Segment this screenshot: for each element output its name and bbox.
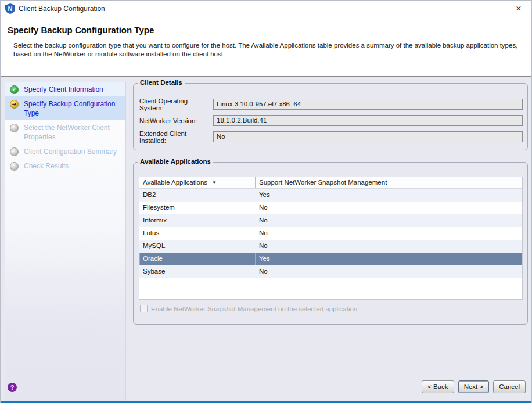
table-row-filesystem[interactable]: Filesystem No	[139, 202, 522, 214]
field-extended-client-installed: Extended Client Installed: No	[139, 131, 523, 142]
step-pending-icon	[10, 124, 19, 132]
column-header-label: Support NetWorker Snapshot Management	[259, 179, 387, 186]
column-header-label: Available Applications	[143, 179, 207, 186]
footer-buttons: < Back Next > Cancel	[422, 380, 526, 393]
available-applications-group: Available Applications Available Applica…	[133, 162, 528, 325]
snapshot-support-cell: Yes	[256, 189, 522, 202]
step-current-icon: ➔	[10, 100, 19, 109]
table-row-sybase[interactable]: Sybase No	[139, 265, 522, 278]
column-header-snapshot-support[interactable]: Support NetWorker Snapshot Management	[256, 177, 522, 188]
step-select-networker-client-properties[interactable]: Select the NetWorker Client Properties	[5, 120, 125, 144]
app-name-cell[interactable]: Lotus	[139, 227, 256, 240]
app-name-cell[interactable]: MySQL	[139, 240, 256, 253]
field-label: Extended Client Installed:	[139, 130, 213, 144]
step-label: Select the NetWorker Client Properties	[24, 123, 120, 142]
app-name-cell[interactable]: Informix	[139, 214, 256, 227]
snapshot-support-cell: No	[256, 202, 522, 214]
step-client-configuration-summary[interactable]: Client Configuration Summary	[5, 144, 125, 159]
table-row-db2[interactable]: DB2 Yes	[139, 189, 522, 202]
enable-snapshot-checkbox-row: Enable NetWorker Snapshot Management on …	[140, 305, 357, 312]
table-row-lotus[interactable]: Lotus No	[139, 227, 522, 240]
step-pending-icon	[10, 162, 19, 171]
step-label: Client Configuration Summary	[24, 146, 120, 156]
field-label: NetWorker Version:	[139, 117, 213, 124]
field-networker-version: NetWorker Version: 18.1.0.2.Build.41	[139, 115, 523, 126]
available-applications-title: Available Applications	[138, 158, 213, 165]
step-label: Check Results	[24, 161, 120, 171]
content-area: ✓ Specify Client Information ➔ Specify B…	[1, 77, 531, 401]
page-title: Specify Backup Configuration Type	[8, 25, 154, 35]
table-body: DB2 Yes Filesystem No Informix No Lotus …	[139, 189, 522, 278]
sort-desc-icon: ▼	[212, 180, 217, 185]
enable-snapshot-checkbox-label: Enable NetWorker Snapshot Management on …	[151, 305, 357, 312]
column-header-available-applications[interactable]: Available Applications▼	[139, 177, 256, 188]
table-row-informix[interactable]: Informix No	[139, 214, 522, 227]
step-label: Specify Client Information	[24, 84, 120, 94]
client-details-group: Client Details Client Operating System: …	[133, 83, 528, 150]
close-icon[interactable]: ×	[513, 3, 524, 15]
client-details-title: Client Details	[138, 79, 185, 86]
help-icon[interactable]: ?	[8, 383, 17, 392]
client-backup-configuration-window: N Client Backup Configuration × Specify …	[0, 0, 532, 403]
app-name-cell[interactable]: Filesystem	[139, 202, 256, 214]
step-complete-icon: ✓	[10, 85, 19, 94]
snapshot-support-cell: No	[256, 240, 522, 253]
step-label: Specify Backup Configuration Type	[24, 99, 120, 118]
field-client-operating-system: Client Operating System: Linux 3.10.0-95…	[139, 99, 523, 110]
cancel-button[interactable]: Cancel	[493, 380, 526, 393]
table-row-mysql[interactable]: MySQL No	[139, 240, 522, 253]
snapshot-support-cell: Yes	[256, 253, 522, 265]
page-description: Select the backup configuration type tha…	[13, 41, 524, 59]
field-label: Client Operating System:	[139, 98, 213, 111]
app-name-cell[interactable]: DB2	[139, 189, 256, 202]
next-button[interactable]: Next >	[458, 380, 490, 393]
table-header-row: Available Applications▼ Support NetWorke…	[139, 177, 522, 189]
svg-text:N: N	[8, 5, 13, 12]
step-specify-backup-configuration-type[interactable]: ➔ Specify Backup Configuration Type	[5, 96, 125, 120]
step-check-results[interactable]: Check Results	[5, 159, 125, 173]
step-specify-client-information[interactable]: ✓ Specify Client Information	[5, 82, 125, 96]
extended-client-installed-value[interactable]: No	[213, 131, 523, 142]
app-name-cell[interactable]: Oracle	[139, 253, 256, 265]
back-button[interactable]: < Back	[422, 380, 454, 393]
networker-version-value[interactable]: 18.1.0.2.Build.41	[213, 115, 523, 126]
wizard-steps-sidebar: ✓ Specify Client Information ➔ Specify B…	[5, 82, 126, 401]
window-title: Client Backup Configuration	[19, 5, 105, 13]
available-applications-table: Available Applications▼ Support NetWorke…	[139, 177, 523, 300]
snapshot-support-cell: No	[256, 227, 522, 240]
networker-logo-icon: N	[5, 3, 15, 14]
snapshot-support-cell: No	[256, 265, 522, 278]
title-bar: N Client Backup Configuration ×	[1, 1, 531, 17]
enable-snapshot-checkbox[interactable]	[140, 305, 148, 312]
client-operating-system-value[interactable]: Linux 3.10.0-957.el7.x86_64	[213, 99, 523, 110]
app-name-cell[interactable]: Sybase	[139, 265, 256, 278]
snapshot-support-cell: No	[256, 214, 522, 227]
table-row-oracle-selected[interactable]: Oracle Yes	[139, 253, 522, 265]
step-pending-icon	[10, 147, 19, 156]
